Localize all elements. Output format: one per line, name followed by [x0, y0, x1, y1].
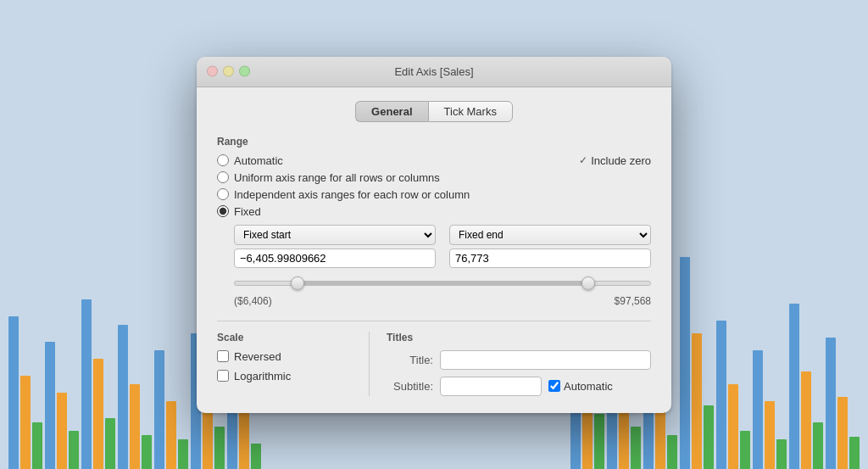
tab-tick-marks[interactable]: Tick Marks — [428, 101, 513, 122]
include-zero-checkmark: ✓ — [579, 154, 587, 166]
slider-fill — [298, 282, 588, 285]
bar — [8, 316, 19, 469]
bar — [93, 359, 103, 469]
radio-uniform-input[interactable] — [217, 171, 229, 183]
fixed-start-input[interactable] — [234, 248, 436, 268]
bar — [704, 405, 714, 469]
titles-section: Titles Title: Subtitle: Automatic — [370, 332, 651, 396]
bar-group — [826, 338, 860, 469]
radio-uniform-label: Uniform axis range for all rows or colum… — [234, 171, 440, 184]
bar — [801, 371, 811, 469]
minimize-button[interactable] — [223, 66, 234, 77]
subtitle-field-label: Subtitle: — [387, 380, 433, 393]
bar — [789, 304, 799, 469]
radio-automatic-label: Automatic — [234, 154, 283, 167]
radio-independent-label: Independent axis ranges for each row or … — [234, 188, 470, 201]
subtitle-input[interactable] — [440, 377, 542, 396]
fixed-dropdowns: Fixed start Fixed end — [234, 225, 651, 268]
slider-track — [234, 281, 651, 286]
bar — [57, 393, 67, 469]
title-row: Title: — [387, 350, 651, 370]
slider-min-label: ($6,406) — [234, 295, 272, 307]
slider-labels: ($6,406) $97,568 — [234, 295, 651, 307]
traffic-lights — [207, 66, 250, 77]
bar-group — [789, 304, 823, 469]
logarithmic-checkbox[interactable] — [217, 370, 229, 382]
radio-independent: Independent axis ranges for each row or … — [217, 188, 651, 201]
radio-automatic-input[interactable] — [217, 154, 229, 166]
reversed-row: Reversed — [217, 350, 352, 363]
dialog-content: General Tick Marks Range ✓ Include zero … — [197, 87, 671, 413]
bar — [214, 427, 225, 469]
range-slider-wrapper — [234, 275, 651, 292]
bar-group — [753, 350, 787, 469]
bar — [740, 431, 750, 469]
bar-group — [154, 350, 188, 469]
bar-group — [81, 299, 115, 469]
fixed-end-group: Fixed end — [449, 225, 651, 268]
bar — [813, 422, 823, 469]
bar — [45, 342, 55, 469]
title-field-label: Title: — [387, 354, 433, 366]
bar — [166, 401, 176, 469]
bar — [178, 439, 188, 469]
bar — [849, 437, 860, 469]
slider-thumb-left[interactable] — [291, 276, 304, 290]
range-section: Range ✓ Include zero Automatic Uniform a… — [217, 136, 651, 307]
scale-section: Scale Reversed Logarithmic — [217, 332, 370, 396]
radio-fixed-input[interactable] — [217, 205, 229, 217]
reversed-label: Reversed — [234, 350, 281, 363]
radio-uniform: Uniform axis range for all rows or colum… — [217, 171, 651, 184]
bar — [692, 333, 702, 469]
bar-group — [45, 342, 79, 469]
bar-group — [8, 316, 42, 469]
bar — [154, 350, 164, 469]
bar — [32, 422, 42, 469]
tab-general[interactable]: General — [355, 101, 427, 122]
range-options: ✓ Include zero Automatic Uniform axis ra… — [217, 154, 651, 307]
fixed-controls: Fixed start Fixed end — [234, 225, 651, 307]
reversed-checkbox[interactable] — [217, 350, 229, 362]
title-input[interactable] — [440, 350, 651, 370]
bottom-sections: Scale Reversed Logarithmic Titles Title: — [217, 332, 651, 396]
bar — [251, 444, 261, 469]
fixed-start-group: Fixed start — [234, 225, 436, 268]
fixed-end-input[interactable] — [449, 248, 651, 268]
bar — [716, 321, 726, 469]
bar-group — [716, 321, 750, 469]
maximize-button[interactable] — [239, 66, 250, 77]
titlebar: Edit Axis [Sales] — [197, 57, 671, 87]
fixed-start-select[interactable]: Fixed start — [234, 225, 436, 245]
bar — [81, 299, 92, 469]
bar — [753, 350, 763, 469]
scale-label: Scale — [217, 332, 352, 343]
fixed-end-select[interactable]: Fixed end — [449, 225, 651, 245]
automatic-label: Automatic — [564, 380, 613, 393]
titles-label: Titles — [387, 332, 651, 343]
slider-thumb-right[interactable] — [581, 276, 595, 290]
bar — [631, 427, 641, 469]
edit-axis-dialog: Edit Axis [Sales] General Tick Marks Ran… — [197, 57, 671, 413]
bar — [776, 439, 787, 469]
bar — [680, 257, 690, 469]
radio-independent-input[interactable] — [217, 188, 229, 200]
slider-max-label: $97,568 — [615, 295, 651, 307]
bar — [142, 435, 152, 469]
bar — [20, 376, 31, 469]
automatic-checkbox[interactable] — [548, 380, 560, 392]
radio-fixed-label: Fixed — [234, 205, 261, 218]
bar — [765, 401, 775, 469]
bar — [728, 384, 738, 469]
bar — [69, 431, 79, 469]
bar — [105, 418, 115, 469]
close-button[interactable] — [207, 66, 218, 77]
range-label: Range — [217, 136, 651, 148]
automatic-row: Automatic — [548, 380, 613, 393]
include-zero-label: Include zero — [591, 154, 651, 167]
logarithmic-label: Logarithmic — [234, 370, 291, 382]
bar — [594, 414, 604, 469]
bar-group — [680, 257, 714, 469]
logarithmic-row: Logarithmic — [217, 370, 352, 382]
dialog-title: Edit Axis [Sales] — [394, 65, 473, 78]
bar — [118, 325, 128, 469]
